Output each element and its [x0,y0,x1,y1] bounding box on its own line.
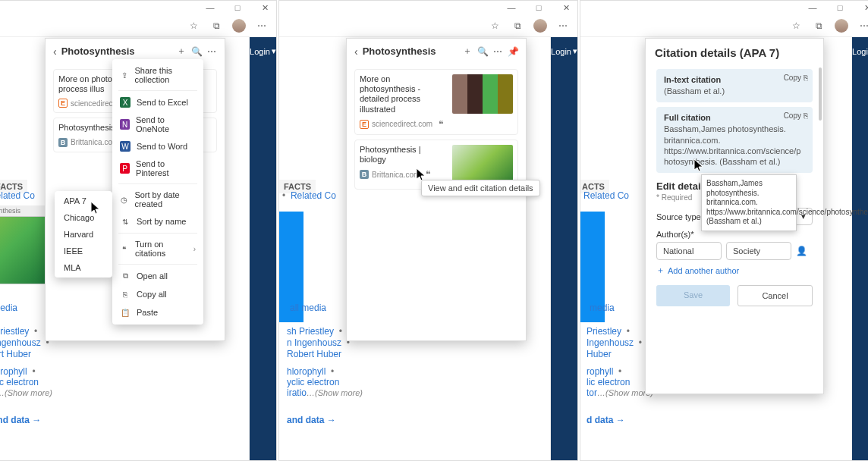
login-button[interactable]: Login▾ [852,46,868,56]
topic-link[interactable]: tor [587,387,597,398]
all-media-link[interactable]: all media [290,303,326,313]
more-icon[interactable]: ⋯ [492,46,503,57]
author-link[interactable]: Robert Huber [287,349,350,359]
topic-link[interactable]: yclic electron [287,377,363,387]
more-icon[interactable]: ⋯ [857,19,868,33]
add-icon[interactable]: ＋ [176,45,187,58]
style-harvard[interactable]: Harvard [55,226,112,243]
collections-icon[interactable]: ⧉ [511,19,524,33]
collections-icon[interactable]: ⧉ [209,19,223,33]
topic-link[interactable]: rophyll • [587,366,653,377]
cancel-button[interactable]: Cancel [737,285,813,306]
save-button[interactable]: Save [656,285,730,306]
related-link[interactable]: • Related Co [0,190,35,201]
share-collection-item[interactable]: ⇪Share this collection [112,62,203,88]
style-chicago[interactable]: Chicago [55,209,112,226]
close-button[interactable]: ✕ [258,3,272,13]
collection-card[interactable]: More on photosynthesis - detailed proces… [354,69,518,135]
maximize-button[interactable]: □ [532,3,546,12]
copy-button[interactable]: Copy⎘ [784,111,808,120]
clock-icon: ◷ [120,194,128,205]
profile-avatar[interactable] [533,19,547,33]
send-pinterest-item[interactable]: PSend to Pinterest [112,155,203,181]
citations-item[interactable]: ❝Turn on citations› [112,236,203,262]
send-onenote-item[interactable]: NSend to OneNote [112,111,203,137]
minimize-button[interactable]: — [806,3,819,12]
favorites-icon[interactable]: ☆ [187,19,200,33]
author-link[interactable]: Jan Ingenhousz • [0,337,49,348]
citation-button[interactable]: ❝ [423,169,433,180]
citation-button[interactable]: ❝ [436,119,446,130]
login-button[interactable]: Login▾ [551,46,577,56]
maximize-button[interactable]: □ [833,3,847,12]
author-link[interactable]: sh Priestley • [287,326,350,337]
copy-icon: ⎘ [120,289,131,299]
profile-avatar[interactable] [232,19,246,33]
minimize-button[interactable]: — [505,3,518,12]
full-citation-box: Copy⎘ Full citation Bassham,James photos… [656,107,813,173]
author-link[interactable]: Ingenhousz • [587,337,642,348]
author-link[interactable]: n Ingenhousz • [287,337,350,348]
collections-icon[interactable]: ⧉ [812,19,826,33]
login-button[interactable]: Login▾ [250,46,276,56]
author-last-input[interactable] [726,242,791,260]
show-more-link[interactable]: …(Show more) [307,388,363,397]
favorites-icon[interactable]: ☆ [789,19,803,33]
add-icon[interactable]: ＋ [462,45,473,58]
author-link[interactable]: eph Priestley • [0,326,49,337]
minimize-button[interactable]: — [203,3,217,12]
style-mla[interactable]: MLA [55,259,112,276]
related-link[interactable]: Related Co [583,190,629,201]
author-link[interactable]: Huber [587,349,642,359]
copy-button[interactable]: Copy⎘ [784,74,808,82]
back-icon[interactable]: ‹ [354,45,358,58]
paste-icon: 📋 [120,307,131,318]
facts-data-link[interactable]: d data [587,415,625,425]
onenote-icon: N [120,119,130,130]
facts-data-link[interactable]: and data [287,415,336,425]
close-button[interactable]: ✕ [860,3,868,13]
all-media-link[interactable]: all media [0,303,17,313]
close-button[interactable]: ✕ [559,3,573,13]
facts-data-link[interactable]: cts and data [0,415,41,425]
author-link[interactable]: Priestley • [587,326,642,337]
style-apa7[interactable]: APA 7 [55,193,112,209]
topic-link[interactable]: lic electron [587,377,653,387]
all-media-link[interactable]: media [590,303,615,313]
favorites-icon[interactable]: ☆ [488,19,502,33]
related-link[interactable]: • Related Co [282,190,336,201]
paste-item[interactable]: 📋Paste [112,303,203,321]
word-icon: W [120,141,131,152]
excel-icon: X [120,97,131,108]
intext-value: (Bassham et al.) [664,86,805,96]
show-more-link[interactable]: …(Show more) [0,388,52,397]
topic-link[interactable]: hlorophyll • [287,366,363,377]
topic-link[interactable]: ncyclic electron [0,377,52,387]
intext-citation-box: Copy⎘ In-text citation (Bassham et al.) [656,69,813,102]
send-excel-item[interactable]: XSend to Excel [112,93,203,111]
topic-link[interactable]: c chlorophyll • [0,366,52,377]
send-word-item[interactable]: WSend to Word [112,137,203,155]
style-ieee[interactable]: IEEE [55,243,112,259]
author-link[interactable]: Robert Huber [0,349,49,359]
topic-link[interactable]: iratio [287,387,307,398]
author-first-input[interactable] [656,242,722,260]
add-author-button[interactable]: ＋Add another author [656,265,813,276]
open-all-item[interactable]: ⧉Open all [112,267,203,285]
citation-tooltip: View and edit citation details [421,180,540,196]
pin-icon[interactable]: 📌 [508,46,518,57]
sort-date-item[interactable]: ◷Sort by date created [112,187,203,212]
toolbar: ☆ ⧉ ⋯ [0,14,276,37]
copy-all-item[interactable]: ⎘Copy all [112,285,203,303]
search-icon[interactable]: 🔍 [477,46,488,57]
site-favicon: B [58,138,68,147]
more-icon[interactable]: ⋯ [255,19,269,33]
sort-name-item[interactable]: ⇅Sort by name [112,212,203,230]
search-icon[interactable]: 🔍 [191,46,202,57]
maximize-button[interactable]: □ [231,3,244,12]
section-heading: other organisms [294,459,376,460]
back-icon[interactable]: ‹ [53,45,57,58]
more-icon[interactable]: ⋯ [206,46,217,57]
more-icon[interactable]: ⋯ [556,19,570,33]
profile-avatar[interactable] [835,19,848,33]
